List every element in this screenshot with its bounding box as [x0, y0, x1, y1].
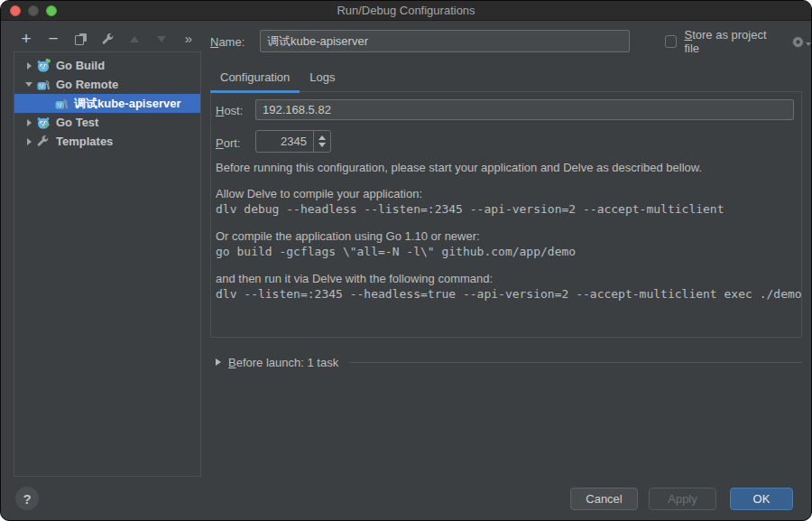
- templates-icon: [36, 135, 51, 149]
- tree-item-label: Go Test: [56, 116, 98, 129]
- remove-icon[interactable]: −: [46, 30, 60, 48]
- tree-item-label: Go Remote: [56, 78, 118, 91]
- instruction-line: dlv debug --headless --listen=:2345 --ap…: [216, 201, 798, 218]
- tab-bar: Configuration Logs: [210, 64, 802, 92]
- store-as-project-file-group: Store as project file: [665, 33, 811, 51]
- port-value[interactable]: 2345: [256, 131, 313, 152]
- run-debug-configurations-dialog: Run/Debug Configurations +−» Go BuildGo …: [0, 0, 812, 521]
- tree-item-0[interactable]: Go Build: [14, 56, 200, 75]
- before-launch-section[interactable]: Before launch: 1 task: [216, 354, 802, 370]
- cancel-button[interactable]: Cancel: [570, 488, 638, 510]
- instruction-line: go build -gcflags \"all=-N -l\" github.c…: [216, 244, 798, 260]
- tree-item-3[interactable]: Go Test: [14, 113, 200, 132]
- copy-icon[interactable]: [73, 30, 88, 48]
- store-as-project-file-label: Store as project file: [684, 28, 780, 55]
- chevron-right-icon[interactable]: [27, 62, 32, 70]
- edit-templates-icon[interactable]: [100, 30, 115, 48]
- add-icon[interactable]: +: [19, 30, 33, 48]
- instruction-line: dlv --listen=:2345 --headless=true --api…: [216, 286, 798, 302]
- tree-item-1[interactable]: Go Remote: [14, 75, 200, 94]
- go-test-icon: [36, 116, 51, 130]
- port-decrement-icon[interactable]: [318, 143, 326, 147]
- separator-line: [349, 362, 802, 363]
- instructions: Before running this configuration, pleas…: [216, 160, 798, 302]
- tab-configuration[interactable]: Configuration: [210, 64, 300, 92]
- before-launch-label: Before launch: 1 task: [228, 356, 338, 369]
- port-increment-icon[interactable]: [318, 135, 326, 140]
- port-label: Port:: [216, 136, 240, 150]
- instruction-line: and then run it via Delve with the follo…: [216, 271, 798, 286]
- move-down-icon[interactable]: [154, 30, 169, 48]
- go-build-icon: [36, 59, 51, 73]
- apply-button[interactable]: Apply: [649, 488, 716, 510]
- titlebar: Run/Debug Configurations: [1, 1, 811, 21]
- host-label: Host:: [216, 104, 243, 117]
- tree-item-label: Go Build: [56, 59, 105, 72]
- store-as-project-file-checkbox[interactable]: [665, 35, 677, 48]
- port-stepper[interactable]: 2345: [255, 130, 331, 153]
- chevron-right-icon[interactable]: [27, 138, 32, 145]
- chevron-down-icon[interactable]: [25, 82, 32, 87]
- tab-logs[interactable]: Logs: [300, 64, 345, 92]
- window-title: Run/Debug Configurations: [1, 1, 811, 21]
- tree-item-4[interactable]: Templates: [14, 132, 200, 151]
- config-tree[interactable]: Go BuildGo Remote调试kube-apiserverGo Test…: [14, 51, 201, 477]
- show-more-icon[interactable]: »: [181, 30, 196, 48]
- tree-item-2[interactable]: 调试kube-apiserver: [14, 94, 200, 113]
- tree-item-label: Templates: [56, 135, 113, 148]
- name-input[interactable]: [260, 30, 630, 52]
- ok-button[interactable]: OK: [730, 488, 793, 510]
- move-up-icon[interactable]: [127, 30, 142, 48]
- go-remote-icon: [54, 97, 69, 111]
- name-label: Name:: [210, 35, 245, 49]
- instruction-line: Before running this configuration, pleas…: [216, 160, 798, 175]
- chevron-right-icon[interactable]: [27, 119, 32, 126]
- instruction-line: Allow Delve to compile your application:: [216, 186, 798, 201]
- host-input[interactable]: [255, 99, 794, 120]
- expand-triangle-icon[interactable]: [216, 358, 221, 366]
- tree-item-label: 调试kube-apiserver: [74, 96, 181, 112]
- instruction-line: Or compile the application using Go 1.10…: [216, 228, 798, 244]
- go-remote-icon: [36, 78, 51, 92]
- toolbar: +−»: [14, 28, 201, 50]
- store-settings-gear-icon[interactable]: [791, 35, 811, 49]
- help-button[interactable]: ?: [15, 487, 39, 510]
